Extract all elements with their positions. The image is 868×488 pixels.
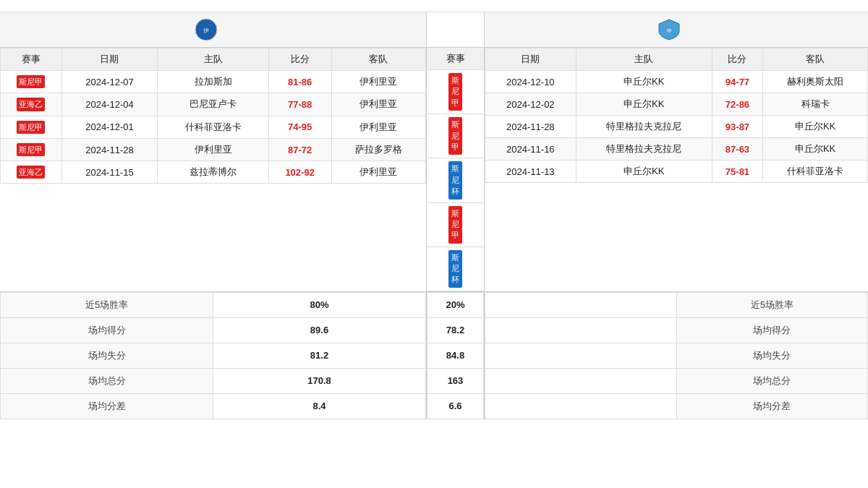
right-stats-value: [485, 317, 677, 343]
left-row-league: 斯尼甲: [1, 116, 62, 138]
center-stats-cell: 78.2: [427, 318, 484, 343]
right-col-home: 主队: [576, 48, 712, 71]
center-col-cell: 斯尼杯: [427, 158, 484, 202]
left-row-score: 87-72: [268, 138, 331, 160]
left-stats-value: 89.6: [213, 317, 426, 343]
left-col-league: 赛事: [1, 48, 62, 71]
left-row-away: 伊利里亚: [331, 93, 425, 116]
left-table-row: 亚海乙 2024-11-15 兹拉蒂博尔 102-92 伊利里亚: [1, 161, 426, 184]
right-row-date: 2024-11-13: [485, 160, 576, 183]
right-col-away: 客队: [763, 48, 868, 71]
left-row-home: 巴尼亚卢卡: [158, 93, 268, 116]
vs-divider: [427, 12, 485, 47]
left-row-home: 伊利里亚: [158, 138, 268, 160]
left-table-row: 斯尼甲 2024-12-01 什科菲亚洛卡 74-95 伊利里亚: [1, 116, 426, 138]
left-stats-row: 场均分差 8.4: [1, 393, 426, 419]
left-row-score: 74-95: [268, 116, 331, 138]
right-row-home: 申丘尔KK: [576, 71, 712, 93]
stats-section: 近5场胜率 80% 场均得分 89.6 场均失分 81.2 场均总分 170.8…: [0, 292, 868, 419]
left-stats-label: 场均总分: [1, 368, 213, 393]
left-row-away: 伊利里亚: [331, 71, 425, 93]
left-stats-value: 81.2: [213, 343, 426, 368]
right-table-row: 2024-12-02 申丘尔KK 72-86 科瑞卡: [485, 93, 868, 116]
left-col-date: 日期: [61, 48, 158, 71]
left-stats-row: 场均得分 89.6: [1, 317, 426, 343]
right-row-score: 72-86: [712, 93, 762, 116]
svg-text:伊: 伊: [203, 27, 209, 34]
left-stats-label: 场均分差: [1, 393, 213, 419]
svg-text:申: 申: [667, 28, 672, 33]
right-table-row: 2024-11-13 申丘尔KK 75-81 什科菲亚洛卡: [485, 160, 868, 183]
center-col-cell: 斯尼甲: [427, 70, 484, 114]
left-table-row: 斯尼甲 2024-11-28 伊利里亚 87-72 萨拉多罗格: [1, 138, 426, 160]
left-row-league: 亚海乙: [1, 161, 62, 184]
left-col-away: 客队: [331, 48, 425, 71]
team-header: 伊 申: [0, 12, 868, 48]
left-row-date: 2024-12-07: [61, 71, 158, 93]
right-row-away: 申丘尔KK: [763, 138, 868, 160]
right-stats-label: 场均失分: [676, 343, 868, 368]
left-row-league: 斯尼甲: [1, 138, 62, 160]
main-data-section: 赛事 日期 主队 比分 客队 斯尼甲 2024-12-07 拉加斯加 81-86…: [0, 48, 868, 292]
left-stats-value: 80%: [213, 292, 426, 317]
right-stats-label: 场均总分: [676, 368, 868, 393]
left-row-date: 2024-11-28: [61, 138, 158, 160]
right-stats-value: [485, 393, 677, 419]
right-row-away: 科瑞卡: [763, 93, 868, 116]
right-stats-row: 场均失分: [485, 343, 868, 368]
left-row-date: 2024-12-01: [61, 116, 158, 138]
left-team-logo: 伊: [195, 18, 218, 41]
right-stats-row: 场均得分: [485, 317, 868, 343]
left-row-home: 拉加斯加: [158, 71, 268, 93]
left-row-away: 伊利里亚: [331, 116, 425, 138]
right-row-away: 赫利奥斯太阳: [763, 71, 868, 93]
center-stats-cell: 163: [427, 369, 484, 394]
right-row-score: 93-87: [712, 116, 762, 138]
center-stats: 20%78.284.81636.6: [427, 292, 485, 419]
right-col-score: 比分: [712, 48, 762, 71]
right-table-row: 2024-12-10 申丘尔KK 94-77 赫利奥斯太阳: [485, 71, 868, 93]
left-stats: 近5场胜率 80% 场均得分 89.6 场均失分 81.2 场均总分 170.8…: [0, 292, 427, 419]
left-stats-label: 场均失分: [1, 343, 213, 368]
right-stats-row: 近5场胜率: [485, 292, 868, 317]
left-stats-table: 近5场胜率 80% 场均得分 89.6 场均失分 81.2 场均总分 170.8…: [0, 292, 426, 419]
right-stats: 近5场胜率 场均得分 场均失分 场均总分 场均分差: [485, 292, 868, 419]
left-row-score: 102-92: [268, 161, 331, 184]
right-row-home: 特里格拉夫克拉尼: [576, 138, 712, 160]
right-game-table: 日期 主队 比分 客队 2024-12-10 申丘尔KK 94-77 赫利奥斯太…: [485, 48, 868, 183]
header-bar: [0, 0, 868, 12]
center-stats-cell: 6.6: [427, 394, 484, 419]
left-row-away: 伊利里亚: [331, 161, 425, 184]
right-team-logo: 申: [658, 18, 681, 41]
right-team-info: 申: [485, 12, 868, 47]
center-col-header: 赛事: [427, 48, 484, 70]
right-row-away: 什科菲亚洛卡: [763, 160, 868, 183]
left-table-row: 斯尼甲 2024-12-07 拉加斯加 81-86 伊利里亚: [1, 71, 426, 93]
right-row-date: 2024-12-02: [485, 93, 576, 116]
left-col-home: 主队: [158, 48, 268, 71]
center-section: 赛事斯尼甲斯尼甲斯尼杯斯尼甲斯尼杯: [427, 48, 485, 291]
center-col-cell: 斯尼甲: [427, 203, 484, 247]
right-stats-value: [485, 343, 677, 368]
right-stats-label: 场均得分: [676, 317, 868, 343]
left-stats-row: 场均总分 170.8: [1, 368, 426, 393]
right-stats-row: 场均总分: [485, 368, 868, 393]
left-row-home: 什科菲亚洛卡: [158, 116, 268, 138]
right-row-score: 75-81: [712, 160, 762, 183]
right-stats-label: 近5场胜率: [676, 292, 868, 317]
left-stats-row: 场均失分 81.2: [1, 343, 426, 368]
left-team-info: 伊: [0, 12, 427, 47]
right-table-section: 日期 主队 比分 客队 2024-12-10 申丘尔KK 94-77 赫利奥斯太…: [485, 48, 868, 291]
left-stats-row: 近5场胜率 80%: [1, 292, 426, 317]
right-row-home: 申丘尔KK: [576, 160, 712, 183]
right-row-score: 87-63: [712, 138, 762, 160]
right-table-row: 2024-11-28 特里格拉夫克拉尼 93-87 申丘尔KK: [485, 116, 868, 138]
center-col-cell: 斯尼甲: [427, 114, 484, 158]
left-row-home: 兹拉蒂博尔: [158, 161, 268, 184]
left-row-away: 萨拉多罗格: [331, 138, 425, 160]
left-stats-value: 170.8: [213, 368, 426, 393]
right-col-date: 日期: [485, 48, 576, 71]
left-stats-label: 近5场胜率: [1, 292, 213, 317]
right-table-row: 2024-11-16 特里格拉夫克拉尼 87-63 申丘尔KK: [485, 138, 868, 160]
left-row-score: 77-88: [268, 93, 331, 116]
